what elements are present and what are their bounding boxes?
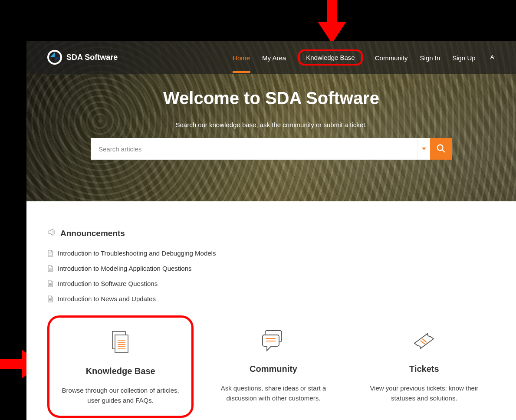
card-knowledge-base[interactable]: Knowledge Base Browse through our collec… xyxy=(47,315,194,418)
annotation-arrow-down-icon xyxy=(318,0,346,45)
megaphone-icon xyxy=(47,228,56,238)
document-icon xyxy=(47,265,53,272)
document-icon xyxy=(47,280,53,287)
ticket-icon xyxy=(362,328,486,354)
card-title: Knowledge Base xyxy=(58,366,183,376)
documents-icon xyxy=(58,330,183,356)
announcement-link[interactable]: Introduction to News and Updates xyxy=(58,295,156,302)
list-item: Introduction to Modeling Application Que… xyxy=(47,265,495,272)
nav-sign-up[interactable]: Sign Up xyxy=(452,42,475,73)
hero-title: Welcome to SDA Software xyxy=(163,89,379,108)
brand-logo-icon xyxy=(47,50,62,65)
card-title: Tickets xyxy=(362,364,486,374)
hero-subtitle: Search our knowledge base, ask the commu… xyxy=(175,121,367,128)
nav-knowledge-base[interactable]: Knowledge Base xyxy=(298,49,363,66)
card-desc: Ask questions, share ideas or start a di… xyxy=(211,384,335,403)
announcements-list: Introduction to Troubleshooting and Debu… xyxy=(47,249,495,302)
font-size-button[interactable]: A- xyxy=(490,54,495,60)
search-filter-dropdown[interactable] xyxy=(417,138,430,160)
nav-community[interactable]: Community xyxy=(375,42,408,73)
announcement-link[interactable]: Introduction to Software Questions xyxy=(58,280,158,287)
svg-line-2 xyxy=(442,149,445,152)
announcements-heading: Announcements xyxy=(60,229,125,238)
card-desc: View your previous tickets; know their s… xyxy=(362,384,486,403)
search-button[interactable] xyxy=(430,138,452,160)
announcement-link[interactable]: Introduction to Modeling Application Que… xyxy=(58,265,192,272)
chat-icon xyxy=(211,328,335,354)
svg-rect-16 xyxy=(115,335,128,352)
brand[interactable]: SDA Software xyxy=(47,50,118,65)
document-icon xyxy=(47,295,53,302)
card-tickets[interactable]: Tickets View your previous tickets; know… xyxy=(353,315,495,418)
nav-my-area[interactable]: My Area xyxy=(262,42,286,73)
list-item: Introduction to Troubleshooting and Debu… xyxy=(47,249,495,257)
list-item: Introduction to Software Questions xyxy=(47,280,495,287)
brand-name: SDA Software xyxy=(66,53,118,62)
list-item: Introduction to News and Updates xyxy=(47,295,495,302)
nav-home[interactable]: Home xyxy=(233,42,250,73)
nav-sign-in[interactable]: Sign In xyxy=(420,42,440,73)
search-icon xyxy=(436,144,446,154)
search-input[interactable] xyxy=(91,138,417,160)
svg-rect-23 xyxy=(263,335,279,346)
document-icon xyxy=(47,250,53,257)
card-title: Community xyxy=(211,364,335,374)
card-community[interactable]: Community Ask questions, share ideas or … xyxy=(202,315,344,418)
announcement-link[interactable]: Introduction to Troubleshooting and Debu… xyxy=(58,249,216,257)
card-desc: Browse through our collection of article… xyxy=(58,386,183,405)
